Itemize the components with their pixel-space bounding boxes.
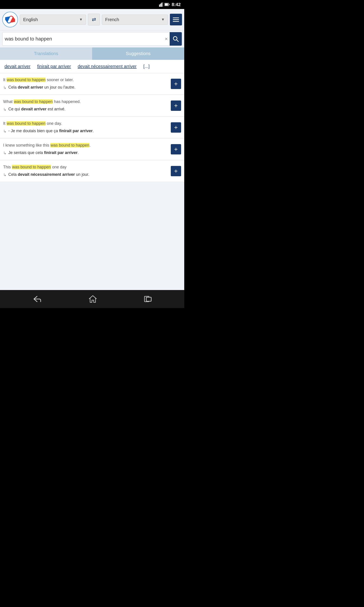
highlight-1: was bound to happen — [7, 78, 46, 82]
clear-search-button[interactable]: × — [163, 36, 170, 42]
svg-rect-6 — [165, 4, 168, 6]
back-icon — [33, 295, 41, 303]
arrow-icon-5: ↳ — [3, 172, 7, 178]
search-icon — [173, 36, 179, 42]
arrow-icon-2: ↳ — [3, 106, 7, 113]
svg-rect-2 — [161, 3, 162, 7]
search-bar: × — [2, 32, 182, 46]
svg-line-8 — [177, 40, 178, 42]
search-input[interactable] — [5, 36, 163, 42]
add-button-5[interactable]: + — [171, 166, 181, 176]
status-icons — [159, 2, 169, 7]
bold-fr-1: devait arriver — [18, 85, 43, 90]
result-item-4: I knew something like this was bound to … — [0, 139, 184, 160]
hamburger-icon — [173, 17, 179, 22]
trans-link-3[interactable]: devait nécessairement arriver — [78, 64, 137, 69]
arrow-icon-4: ↳ — [3, 150, 7, 156]
result-content-2: What was bound to happen has happened. ↳… — [3, 99, 169, 113]
source-lang-dropdown-icon: ▼ — [79, 17, 83, 22]
recent-icon — [144, 296, 152, 302]
signal-icon — [159, 2, 163, 7]
result-item-3: It was bound to happen one day. ↳ - Je m… — [0, 117, 184, 138]
app-logo — [2, 12, 18, 27]
bold-fr-2: devait arriver — [21, 107, 47, 111]
target-language-label: French — [105, 17, 119, 22]
bold-fr-3: finirait par arriver — [59, 129, 92, 133]
result-en-2: What was bound to happen has happened. — [3, 99, 169, 105]
highlight-4: was bound to happen — [50, 143, 90, 147]
highlight-5: was bound to happen — [12, 165, 51, 169]
app-container: English ▼ ⇄ French ▼ × — [0, 9, 184, 290]
add-button-2[interactable]: + — [171, 101, 181, 111]
result-content-3: It was bound to happen one day. ↳ - Je m… — [3, 120, 169, 134]
logo-icon — [5, 15, 15, 25]
home-icon — [89, 295, 97, 303]
result-en-3: It was bound to happen one day. — [3, 120, 169, 127]
arrow-icon-3: ↳ — [3, 128, 7, 134]
add-button-3[interactable]: + — [171, 122, 181, 133]
recent-apps-button[interactable] — [144, 296, 152, 302]
svg-rect-0 — [159, 4, 160, 7]
highlight-3: was bound to happen — [7, 121, 46, 126]
header: English ▼ ⇄ French ▼ — [0, 9, 184, 30]
result-item-2: What was bound to happen has happened. ↳… — [0, 95, 184, 117]
search-button[interactable] — [170, 32, 182, 46]
menu-button[interactable] — [170, 14, 182, 26]
svg-rect-3 — [162, 2, 163, 7]
trans-link-2[interactable]: finirait par arriver — [37, 64, 71, 69]
result-content-4: I knew something like this was bound to … — [3, 142, 169, 156]
target-lang-dropdown-icon: ▼ — [161, 17, 165, 22]
status-bar: 8:42 — [0, 0, 184, 9]
source-language-selector[interactable]: English ▼ — [20, 15, 86, 25]
result-en-4: I knew something like this was bound to … — [3, 142, 169, 148]
result-content-5: This was bound to happen one day ↳ Cela … — [3, 164, 169, 178]
swap-languages-button[interactable]: ⇄ — [88, 14, 100, 26]
arrow-icon-1: ↳ — [3, 85, 7, 91]
add-button-1[interactable]: + — [171, 79, 181, 89]
status-time: 8:42 — [172, 2, 181, 7]
result-item-5: This was bound to happen one day ↳ Cela … — [0, 160, 184, 182]
result-fr-3: ↳ - Je me doutais bien que ça finirait p… — [3, 128, 169, 134]
result-fr-5: ↳ Cela devait nécessairement arriver un … — [3, 172, 169, 178]
target-language-selector[interactable]: French ▼ — [102, 15, 168, 25]
result-content-1: It was bound to happen sooner or later. … — [3, 77, 169, 91]
tab-suggestions[interactable]: Suggestions — [92, 47, 184, 60]
result-en-5: This was bound to happen one day — [3, 164, 169, 170]
result-fr-2: ↳ Ce qui devait arriver est arrivé. — [3, 106, 169, 113]
translations-box: devait arriver finirait par arriver deva… — [0, 60, 184, 73]
result-en-1: It was bound to happen sooner or later. — [3, 77, 169, 83]
result-fr-4: ↳ Je sentais que cela finirait par arriv… — [3, 150, 169, 156]
back-button[interactable] — [33, 295, 41, 303]
bold-fr-5: devait nécessairement arriver — [18, 172, 75, 177]
svg-rect-10 — [146, 297, 151, 301]
svg-rect-5 — [169, 4, 169, 5]
translation-links: devait arriver finirait par arriver deva… — [4, 64, 180, 69]
result-fr-1: ↳ Cela devait arriver un jour ou l'autre… — [3, 84, 169, 91]
highlight-2: was bound to happen — [14, 99, 53, 104]
trans-link-1[interactable]: devait arriver — [4, 64, 31, 69]
home-button[interactable] — [89, 295, 97, 303]
result-item-1: It was bound to happen sooner or later. … — [0, 73, 184, 95]
battery-icon — [165, 3, 169, 6]
bold-fr-4: finirait par arriver — [44, 150, 78, 155]
tab-translations[interactable]: Translations — [0, 47, 92, 60]
tabs: Translations Suggestions — [0, 47, 184, 60]
add-button-4[interactable]: + — [171, 144, 181, 154]
svg-rect-1 — [160, 4, 161, 7]
bottom-nav — [0, 290, 184, 308]
source-language-label: English — [23, 17, 38, 22]
results-list: It was bound to happen sooner or later. … — [0, 73, 184, 290]
trans-ellipsis[interactable]: [...] — [143, 64, 150, 69]
